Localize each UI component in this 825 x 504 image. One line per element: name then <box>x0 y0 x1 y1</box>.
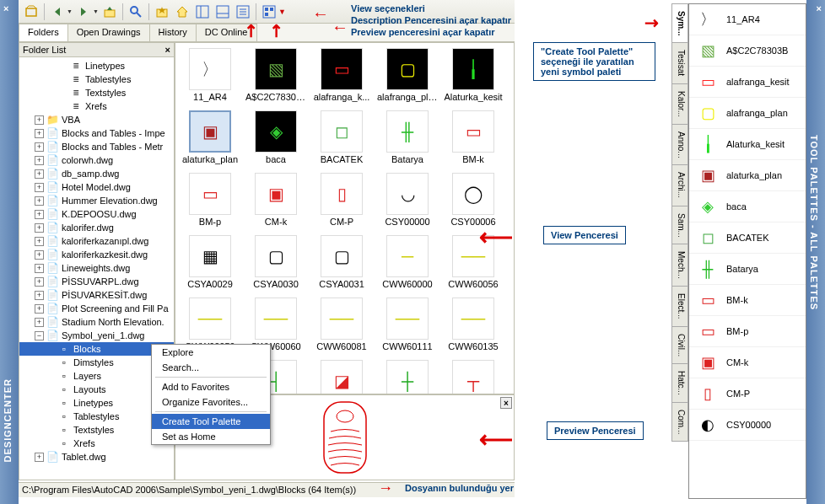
home-button[interactable] <box>173 3 191 21</box>
expand-icon[interactable]: + <box>35 277 44 287</box>
tree-item[interactable]: +📄Stadium North Elevation. <box>19 315 174 329</box>
thumbnail-item[interactable]: 〉11_AR4 <box>179 46 241 104</box>
palette-item[interactable]: ◈baca <box>689 191 806 223</box>
thumbnail-item[interactable]: ──CWW60135 <box>442 296 504 353</box>
forward-button[interactable] <box>74 3 93 21</box>
tab-folders[interactable]: Folders <box>19 24 68 41</box>
expand-icon[interactable]: + <box>35 129 44 138</box>
palette-tab[interactable]: Mech... <box>671 244 688 287</box>
thumbnail-item[interactable]: ▦CSYA0029 <box>179 233 241 291</box>
tree-item[interactable]: ≡Tablestyles <box>19 72 174 86</box>
tree-item[interactable]: +📄K.DEPOOSU.dwg <box>19 207 174 221</box>
expand-icon[interactable]: + <box>35 156 44 165</box>
palette-item[interactable]: ▧A$C2C78303B <box>689 35 806 67</box>
palette-tab[interactable]: Sam... <box>671 206 688 245</box>
menu-item[interactable]: Add to Favorites <box>152 379 270 394</box>
palette-tab[interactable]: Kalor... <box>671 83 688 125</box>
tree-item[interactable]: +📄Lineweights.dwg <box>19 261 174 275</box>
thumbnail-item[interactable]: ◡CSY00000 <box>376 171 439 228</box>
close-icon[interactable]: × <box>165 45 170 55</box>
palette-item[interactable]: ▭BM-p <box>689 316 806 347</box>
expand-icon[interactable]: + <box>35 237 44 246</box>
palette-item[interactable]: ▣alaturka_plan <box>689 160 806 191</box>
tree-item[interactable]: +📄Hotel Model.dwg <box>19 180 174 194</box>
thumbnail-item[interactable]: ▣alaturka_plan <box>179 109 241 166</box>
palette-item[interactable]: 〉11_AR4 <box>689 4 806 35</box>
palette-tab[interactable]: Civil... <box>671 326 688 364</box>
expand-icon[interactable]: + <box>35 223 44 233</box>
palette-item[interactable]: ▢alafranga_plan <box>689 98 806 129</box>
tree-item[interactable]: +📄PİSUVARKESİT.dwg <box>19 288 174 302</box>
tree-item[interactable]: +📄kaloriferkazanıpl.dwg <box>19 234 174 248</box>
load-button[interactable] <box>22 3 40 21</box>
search-button[interactable] <box>127 3 145 21</box>
expand-icon[interactable]: + <box>35 210 44 219</box>
palette-tab[interactable]: Com... <box>671 402 688 442</box>
thumbnail-item[interactable]: ◻BACATEK <box>310 109 373 166</box>
expand-icon[interactable]: − <box>35 331 44 340</box>
expand-icon[interactable]: + <box>35 304 44 314</box>
thumbnail-item[interactable]: ─CWW60000 <box>376 233 439 291</box>
preview-toggle-button[interactable] <box>213 3 232 21</box>
thumbnail-item[interactable]: ▢alafranga_plan <box>376 46 439 104</box>
dropdown-arrow-icon[interactable]: ▼ <box>278 8 286 16</box>
thumbnail-item[interactable]: ◪item28 <box>310 358 373 394</box>
expand-icon[interactable]: + <box>35 453 44 462</box>
views-button[interactable] <box>260 3 278 21</box>
expand-icon[interactable]: + <box>35 169 44 179</box>
palette-item[interactable]: ╫Batarya <box>689 254 806 285</box>
thumbnail-item[interactable]: ──CWW60111 <box>376 296 439 353</box>
thumbnail-item[interactable]: ▢CSYA0031 <box>310 233 373 291</box>
expand-icon[interactable]: + <box>35 183 44 192</box>
palette-list[interactable]: 〉11_AR4▧A$C2C78303B▭alafranga_kesit▢alaf… <box>689 4 806 498</box>
thumbnail-item[interactable]: ▭BM-p <box>179 171 241 228</box>
thumbnail-item[interactable]: ──CWW60081 <box>310 296 373 353</box>
expand-icon[interactable]: + <box>35 196 44 206</box>
thumbnail-item[interactable]: ▭alafranga_k... <box>310 46 373 104</box>
tree-item[interactable]: −📄Symbol_yeni_1.dwg <box>19 329 174 342</box>
tab-open-drawings[interactable]: Open Drawings <box>67 24 150 41</box>
thumbnail-item[interactable]: ╽Alaturka_kesit <box>442 46 504 104</box>
thumbnail-item[interactable]: ▣CM-k <box>245 171 307 228</box>
thumbnail-item[interactable]: ▭BM-k <box>442 109 504 166</box>
tree-item[interactable]: +📄Hummer Elevation.dwg <box>19 194 174 207</box>
thumbnail-item[interactable]: ╫Batarya <box>376 109 439 166</box>
expand-icon[interactable]: + <box>35 250 44 260</box>
palette-item[interactable]: ▭BM-k <box>689 285 806 316</box>
tree-item[interactable]: +📄Blocks and Tables - Metr <box>19 140 174 153</box>
palette-item[interactable]: ▯CM-P <box>689 378 806 410</box>
tree-item[interactable]: +📄Plot Screening and Fill Pa <box>19 302 174 315</box>
tree-item[interactable]: +📄db_samp.dwg <box>19 167 174 180</box>
expand-icon[interactable]: + <box>35 291 44 300</box>
dropdown-arrow-icon[interactable]: ▼ <box>67 8 73 14</box>
tree-item[interactable]: +📄Blocks and Tables - Impe <box>19 126 174 140</box>
menu-item[interactable]: Search... <box>152 360 270 375</box>
palette-tab[interactable]: Archi... <box>671 164 688 206</box>
menu-item[interactable]: Explore <box>152 345 270 360</box>
expand-icon[interactable]: + <box>35 318 44 327</box>
back-button[interactable] <box>48 3 67 21</box>
favorites-button[interactable] <box>153 3 171 21</box>
palette-tab[interactable]: Sym... <box>671 3 688 43</box>
thumbnail-item[interactable]: ┬item30 <box>442 358 504 394</box>
menu-item[interactable]: Organize Favorites... <box>152 394 270 410</box>
expand-icon[interactable]: + <box>35 142 44 152</box>
palette-tab[interactable]: Tesisat <box>671 42 688 83</box>
tree-item[interactable]: ≡Linetypes <box>19 59 174 72</box>
tree-item[interactable]: +📄colorwh.dwg <box>19 153 174 167</box>
palette-item[interactable]: ◻BACATEK <box>689 223 806 254</box>
palette-item[interactable]: ▣CM-k <box>689 347 806 378</box>
tree-toggle-button[interactable] <box>193 3 212 21</box>
palette-item[interactable]: ▭alafranga_kesit <box>689 67 806 98</box>
expand-icon[interactable]: + <box>35 115 44 125</box>
thumbnail-item[interactable]: ◈baca <box>245 109 307 166</box>
menu-item[interactable]: Set as Home <box>152 429 270 444</box>
palette-tab[interactable]: Elect... <box>671 286 688 327</box>
dropdown-arrow-icon[interactable]: ▼ <box>93 8 99 14</box>
palette-item[interactable]: ╽Alaturka_kesit <box>689 129 806 160</box>
tree-item[interactable]: +📄kaloriferkazkesit.dwg <box>19 248 174 261</box>
expand-icon[interactable]: + <box>35 264 44 273</box>
thumbnail-item[interactable]: ▢CSYA0030 <box>245 233 307 291</box>
thumbnail-item[interactable]: ◯CSY00006 <box>442 171 504 228</box>
palette-item[interactable]: ◐CSY00000 <box>689 410 806 441</box>
